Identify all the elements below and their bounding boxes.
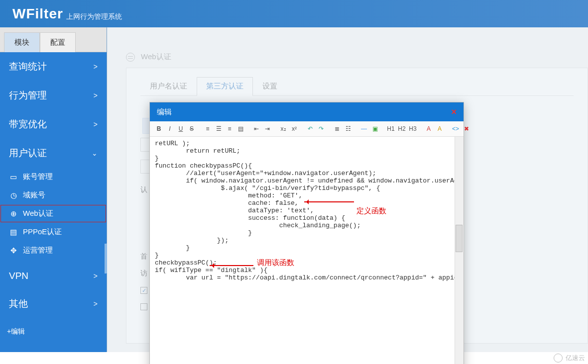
nav-group-other[interactable]: 其他 >: [0, 289, 107, 318]
redo-icon[interactable]: ↷: [316, 124, 326, 134]
undo-icon[interactable]: ↶: [305, 124, 315, 134]
ordered-list-icon[interactable]: ≣: [332, 124, 342, 134]
watermark-text: 亿速云: [566, 354, 585, 363]
highlight-box: [150, 284, 464, 364]
subscript-button[interactable]: x₂: [278, 124, 288, 134]
editor-toolbar: B I U S ≡ ☰ ≡ ▤ ⇤ ⇥ x₂ x² ↶ ↷ ≣ ☷ — ▣ H1…: [150, 121, 464, 137]
nav-group-vpn[interactable]: VPN >: [0, 263, 107, 289]
scrollbar-track[interactable]: [455, 137, 464, 364]
sidebar-tab-config[interactable]: 配置: [40, 32, 76, 52]
sidebar-item-label: 运营管理: [23, 246, 53, 255]
sidebar-item-account-mgmt[interactable]: ▭ 账号管理: [0, 168, 107, 186]
superscript-button[interactable]: x²: [289, 124, 299, 134]
watermark: 亿速云: [554, 352, 585, 364]
indent-icon[interactable]: ⇥: [262, 124, 272, 134]
nav-group-behavior[interactable]: 行为管理 >: [0, 81, 107, 110]
nav-group-label: 带宽优化: [9, 118, 47, 131]
h2-button[interactable]: H2: [397, 124, 407, 134]
scrollbar-thumb[interactable]: [456, 225, 463, 252]
clock-icon: ◷: [9, 191, 18, 200]
sidebar-tabrow: 模块 配置: [0, 27, 107, 52]
sidebar-item-label: PPPoE认证: [23, 227, 62, 237]
hr-icon[interactable]: —: [359, 124, 369, 134]
align-center-icon[interactable]: ☰: [214, 124, 224, 134]
nav-group-label: 用户认证: [9, 147, 47, 160]
font-color-icon[interactable]: A: [424, 124, 434, 134]
nav-group-user-auth[interactable]: 用户认证 ⌄: [0, 139, 107, 168]
tab-thirdparty-auth[interactable]: 第三方认证: [197, 77, 253, 96]
chevron-right-icon: >: [94, 272, 98, 280]
h1-button[interactable]: H1: [386, 124, 396, 134]
image-icon[interactable]: ▣: [370, 124, 380, 134]
nav-group-label: 其他: [9, 297, 28, 310]
chevron-right-icon: >: [94, 120, 98, 128]
page-title: Web认证: [141, 52, 171, 62]
id-card-icon: ▭: [9, 173, 18, 182]
edit-modal: 编辑 × B I U S ≡ ☰ ≡ ▤ ⇤ ⇥ x₂ x² ↶ ↷ ≣ ☷ —…: [149, 102, 464, 364]
cloud-icon: [554, 354, 563, 363]
sidebar: 模块 配置 查询统计 > 行为管理 > 带宽优化 > 用户认证 ⌄ ▭ 账号管理…: [0, 27, 107, 352]
underline-button[interactable]: U: [176, 124, 186, 134]
modal-title: 编辑: [157, 107, 172, 117]
nav-group-label: 行为管理: [9, 89, 47, 102]
sidebar-item-web-auth[interactable]: ⊕ Web认证: [0, 204, 107, 223]
brand-subtitle: 上网行为管理系统: [66, 12, 122, 21]
nav-group-query-stats[interactable]: 查询统计 >: [0, 52, 107, 81]
code-content[interactable]: retURL ); return retURL; } function chec…: [150, 137, 464, 284]
strike-button[interactable]: S: [187, 124, 197, 134]
highlight-icon[interactable]: A: [435, 124, 445, 134]
modal-header: 编辑 ×: [150, 102, 464, 121]
nav-group-label: VPN: [9, 271, 28, 281]
h3-button[interactable]: H3: [408, 124, 418, 134]
chevron-down-icon: ⌄: [92, 149, 98, 157]
app-header: WFilter 上网行为管理系统: [0, 0, 588, 27]
annotation-call: 调用该函数: [257, 258, 294, 268]
globe-icon: ⊕: [9, 209, 18, 218]
chevron-right-icon: >: [94, 91, 98, 99]
brand-title: WFilter: [12, 6, 63, 22]
arrow-icon: [210, 265, 253, 266]
sidebar-item-label: Web认证: [23, 209, 53, 218]
checkbox-icon: [140, 303, 147, 310]
sidebar-item-operation-mgmt[interactable]: ✥ 运营管理: [0, 241, 107, 260]
sidebar-add-edit[interactable]: +编辑: [0, 318, 107, 345]
content-tabs: 用户名认证 第三方认证 设置: [140, 77, 574, 96]
nav-group-bandwidth[interactable]: 带宽优化 >: [0, 110, 107, 139]
checkbox-icon: [140, 287, 147, 294]
align-left-icon[interactable]: ≡: [203, 124, 213, 134]
sidebar-item-domain-account[interactable]: ◷ 域账号: [0, 186, 107, 204]
remove-format-icon[interactable]: ✖: [462, 124, 471, 134]
sidebar-item-pppoe-auth[interactable]: ▤ PPPoE认证: [0, 223, 107, 241]
code-editor[interactable]: retURL ); return retURL; } function chec…: [150, 137, 464, 364]
annotation-define: 定义函数: [356, 206, 386, 216]
subnav-user-auth: ▭ 账号管理 ◷ 域账号 ⊕ Web认证 ▤ PPPoE认证 ✥ 运营管理: [0, 168, 107, 263]
align-justify-icon[interactable]: ▤: [235, 124, 245, 134]
tab-username-auth[interactable]: 用户名认证: [140, 77, 197, 95]
arrow-icon: [304, 201, 354, 202]
sidebar-item-label: 域账号: [23, 190, 45, 200]
outdent-icon[interactable]: ⇤: [251, 124, 261, 134]
breadcrumb: Web认证: [126, 50, 588, 68]
gear-icon: ✥: [9, 246, 18, 255]
code-view-icon[interactable]: <>: [451, 124, 461, 134]
chevron-right-icon: >: [94, 63, 98, 71]
unordered-list-icon[interactable]: ☷: [343, 124, 353, 134]
bold-button[interactable]: B: [154, 124, 164, 134]
italic-button[interactable]: I: [165, 124, 175, 134]
align-right-icon[interactable]: ≡: [225, 124, 235, 134]
document-icon: ▤: [9, 228, 18, 237]
sidebar-tab-module[interactable]: 模块: [4, 32, 40, 52]
chevron-right-icon: >: [94, 300, 98, 308]
sidebar-item-label: 账号管理: [23, 172, 53, 182]
tab-settings[interactable]: 设置: [253, 77, 287, 95]
globe-icon: [126, 53, 135, 62]
close-icon[interactable]: ×: [451, 107, 457, 117]
nav-group-label: 查询统计: [9, 60, 47, 73]
